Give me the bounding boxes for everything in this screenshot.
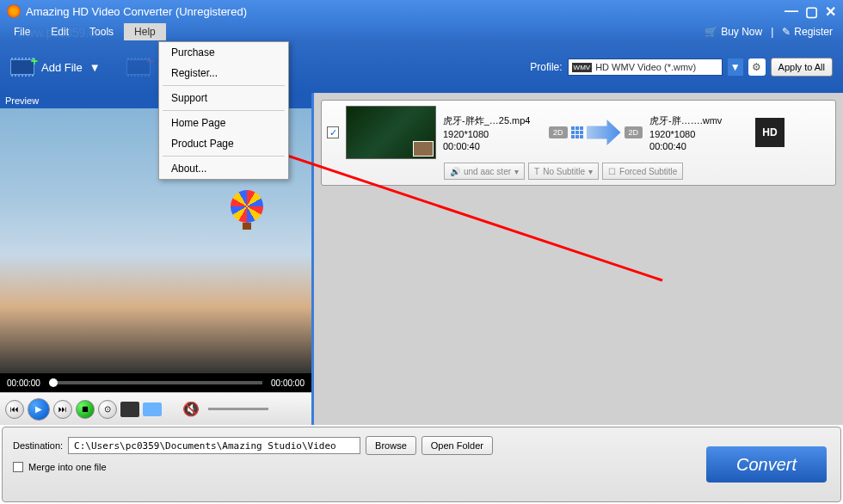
open-folder-button[interactable] — [143, 403, 162, 416]
time-total: 00:00:00 — [271, 378, 305, 388]
settings-button[interactable]: ⚙ — [748, 58, 766, 76]
destination-input[interactable] — [68, 437, 360, 454]
menu-file[interactable]: File — [3, 23, 40, 40]
player-controls: ⏮ ▶ ⏭ ⏹ ⊙ 🔇 — [0, 392, 311, 425]
source-2d-badge: 2D — [549, 126, 568, 138]
audio-track-select[interactable]: 🔊 und aac ster ▾ — [444, 163, 525, 180]
target-resolution: 1920*1080 — [649, 129, 748, 139]
app-title: Amazing HD Video Converter (Unregistered… — [26, 5, 785, 18]
profile-dropdown-arrow[interactable]: ▼ — [728, 58, 743, 76]
close-button[interactable]: ✕ — [825, 3, 836, 20]
menu-tools[interactable]: Tools — [79, 23, 124, 40]
next-button[interactable]: ⏭ — [53, 400, 72, 419]
dd-register[interactable]: Register... — [159, 63, 288, 83]
dd-separator — [163, 156, 285, 157]
register-link[interactable]: ✎ Register — [782, 26, 833, 38]
buy-now-link[interactable]: 🛒 Buy Now — [705, 26, 762, 38]
dd-separator — [163, 85, 285, 86]
apply-to-all-button[interactable]: Apply to All — [771, 58, 833, 77]
minimize-button[interactable]: — — [785, 3, 798, 20]
merge-label: Merge into one file — [28, 462, 107, 472]
volume-slider[interactable] — [208, 408, 268, 410]
dd-about[interactable]: About... — [159, 158, 288, 179]
step-button[interactable]: ⊙ — [98, 400, 117, 419]
prev-button[interactable]: ⏮ — [5, 400, 24, 419]
balloon-graphic — [231, 190, 263, 231]
subtitle-select[interactable]: T No Subtitle ▾ — [528, 163, 599, 180]
forced-subtitle-toggle[interactable]: ☐ Forced Subtitle — [602, 163, 683, 180]
timeline[interactable]: 00:00:00 00:00:00 — [0, 373, 311, 392]
titlebar: Amazing HD Video Converter (Unregistered… — [0, 0, 843, 22]
profile-select[interactable]: WMV HD WMV Video (*.wmv) — [568, 58, 723, 76]
remove-file-button[interactable]: − — [126, 58, 151, 77]
remove-file-icon: − — [126, 58, 151, 77]
file-item[interactable]: ✓ 虎牙-胖炸_…25.mp4 1920*1080 00:00:40 2D 2D… — [321, 100, 836, 186]
time-current: 00:00:00 — [7, 378, 40, 388]
source-duration: 00:00:40 — [443, 141, 542, 151]
toolbar: + Add File ▼ − ✦ Edit Profile: WMV HD WM… — [0, 41, 843, 93]
hd-badge: HD — [755, 118, 785, 147]
dd-product-page[interactable]: Product Page — [159, 133, 288, 154]
open-folder-button[interactable]: Open Folder — [422, 436, 493, 455]
menu-edit[interactable]: Edit — [40, 23, 79, 40]
destination-label: Destination: — [13, 440, 63, 451]
play-button[interactable]: ▶ — [28, 398, 50, 421]
target-2d-badge: 2D — [625, 126, 643, 138]
target-duration: 00:00:40 — [649, 141, 748, 151]
snapshot-button[interactable] — [120, 402, 139, 417]
browse-button[interactable]: Browse — [366, 436, 416, 455]
stop-button[interactable]: ⏹ — [76, 400, 95, 419]
dd-separator — [163, 110, 285, 111]
divider: | — [771, 26, 773, 38]
file-list-area: ✓ 虎牙-胖炸_…25.mp4 1920*1080 00:00:40 2D 2D… — [314, 93, 843, 425]
source-resolution: 1920*1080 — [443, 129, 542, 139]
convert-arrow-icon — [587, 120, 621, 145]
file-thumbnail — [346, 106, 436, 159]
menubar: File Edit Tools Help 🛒 Buy Now | ✎ Regis… — [0, 22, 843, 41]
dd-home-page[interactable]: Home Page — [159, 113, 288, 133]
maximize-button[interactable]: ▢ — [805, 3, 818, 20]
source-filename: 虎牙-胖炸_…25.mp4 — [443, 114, 542, 127]
convert-button[interactable]: Convert — [706, 446, 827, 482]
merge-checkbox[interactable] — [13, 462, 23, 472]
add-file-icon: + — [10, 58, 34, 77]
grid-icon — [571, 126, 583, 138]
dd-purchase[interactable]: Purchase — [159, 42, 288, 63]
help-dropdown: Purchase Register... Support Home Page P… — [158, 41, 289, 180]
mute-icon[interactable]: 🔇 — [182, 401, 200, 417]
bottom-panel: Destination: Browse Open Folder Merge in… — [2, 427, 841, 502]
profile-label: Profile: — [530, 61, 562, 73]
target-filename: 虎牙-胖…….wmv — [649, 114, 748, 127]
file-checkbox[interactable]: ✓ — [327, 126, 339, 138]
app-icon — [7, 4, 21, 18]
dd-support[interactable]: Support — [159, 88, 288, 108]
timeline-track[interactable] — [49, 381, 262, 384]
add-file-button[interactable]: + Add File ▼ — [10, 58, 101, 77]
menu-help[interactable]: Help — [124, 23, 166, 40]
